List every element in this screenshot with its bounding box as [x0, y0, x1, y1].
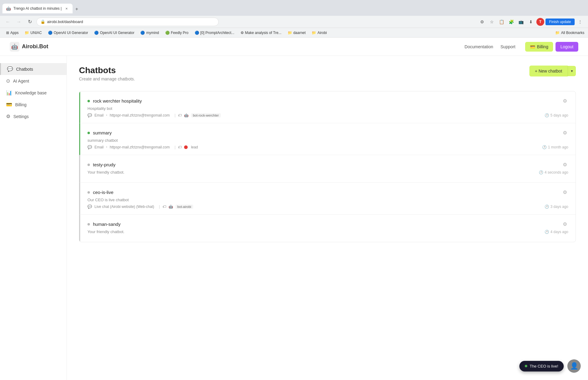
all-bookmarks[interactable]: 📁 All Bookmarks — [555, 31, 584, 35]
bookmark-star-icon[interactable]: ☆ — [488, 18, 496, 26]
chatbot-settings-button-2[interactable]: ⚙ — [562, 129, 568, 137]
live-chat-label: The CEO is live! — [530, 364, 558, 368]
toolbar-actions: ⚙ ☆ 📋 🧩 📺 ⬇ T Finish update ⋮ — [478, 18, 584, 26]
uniac-label: UNIAC — [30, 31, 42, 35]
menu-icon[interactable]: ⋮ — [576, 18, 584, 26]
chatbot-settings-button-4[interactable]: ⚙ — [562, 188, 568, 196]
top-nav-links: Documentation Support — [465, 44, 515, 49]
logo-text: Airobi.Bot — [22, 43, 48, 50]
bookmark-uniac[interactable]: 📁 UNIAC — [22, 30, 44, 36]
sidebar-item-billing[interactable]: 💳 Billing — [0, 99, 67, 110]
sidebar-label-knowledge-base: Knowledge base — [15, 90, 47, 95]
address-bar[interactable]: 🔒 airobi.bot/dashboard — [36, 18, 219, 26]
chatbot-settings-button-5[interactable]: ⚙ — [562, 220, 568, 228]
airobi-bm-label: Airobi — [317, 31, 327, 35]
live-chat-bubble[interactable]: The CEO is live! — [519, 361, 564, 372]
promptarchitect-label: [0] PromptArchitect... — [200, 31, 234, 35]
sidebar-item-ai-agent[interactable]: ⊙ AI Agent — [0, 75, 67, 87]
back-button[interactable]: ← — [4, 18, 12, 26]
chatbot-name-2: summary — [93, 130, 112, 135]
reload-button[interactable]: ↻ — [26, 18, 34, 26]
chatbot-name-5: human-sandy — [93, 222, 121, 227]
sidebar-item-chatbots[interactable]: 💬 Chatbots — [0, 63, 67, 75]
page-header-text: Chatbots Create and manage chatbots. — [79, 66, 135, 81]
logout-button[interactable]: Logout — [556, 42, 578, 52]
status-dot-5 — [87, 223, 90, 226]
bookmark-feedly[interactable]: 🟢 Feedly Pro — [163, 30, 191, 36]
lead-dot — [184, 145, 188, 149]
chatbot-description-1: Hospitality bot — [87, 106, 568, 111]
live-chat-widget[interactable]: The CEO is live! 👤 — [519, 359, 581, 373]
bookmark-openai-2[interactable]: 🔵 OpenAI UI Generator — [92, 30, 137, 36]
bookmark-apps[interactable]: ⊞ Apps — [4, 30, 21, 36]
feedly-icon: 🟢 — [165, 31, 170, 35]
chatbot-description-4: Our CEO is live chatbot — [87, 198, 568, 202]
mymind-label: mymind — [146, 31, 159, 35]
live-chat-avatar[interactable]: 👤 — [567, 359, 581, 373]
browser-chrome: 🤖 Trengo AI chatbot in minutes | ✕ + — [0, 0, 588, 16]
download-icon[interactable]: ⬇ — [527, 18, 535, 26]
extension-icon-1[interactable]: ⚙ — [478, 18, 487, 26]
extensions-icon[interactable]: 🧩 — [507, 18, 516, 26]
page-title: Chatbots — [79, 66, 135, 75]
logo: 🤖 Airobi.Bot — [10, 42, 48, 52]
bot-tag-4: bot-airobi — [176, 205, 193, 209]
chatbot-description-3: Your friendly chatbot. 🕐 4 seconds ago — [87, 170, 568, 175]
page-subtitle: Create and manage chatbots. — [79, 76, 135, 81]
chatbot-time-2: 🕐 1 month ago — [542, 145, 568, 149]
email-1: httpspr-mail.zfctznx@trengomail.com — [110, 113, 170, 117]
daarnet-icon: 📁 — [288, 31, 292, 35]
chatbot-settings-button-3[interactable]: ⚙ — [562, 161, 568, 169]
logo-icon: 🤖 — [10, 42, 19, 52]
bot-icon-1: 🤖 — [184, 113, 189, 117]
finish-update-button[interactable]: Finish update — [545, 19, 575, 25]
chat-meta-icon-1: 💬 — [87, 113, 92, 117]
active-tab[interactable]: 🤖 Trengo AI chatbot in minutes | ✕ — [2, 4, 73, 13]
chatbot-description-2: summary chatbot — [87, 138, 568, 143]
bookmark-mymind[interactable]: 🔵 mymind — [138, 30, 161, 36]
chatbot-item-header-4: ceo-is-live ⚙ — [87, 188, 568, 196]
new-chatbot-dropdown-button[interactable]: ▾ — [568, 66, 576, 76]
tab-close-button[interactable]: ✕ — [64, 6, 69, 11]
chatbot-time-3: 🕐 4 seconds ago — [539, 170, 568, 175]
page-content: 🤖 Airobi.Bot Documentation Support 💳 Bil… — [0, 38, 588, 380]
promptarchitect-icon: 🔵 — [195, 31, 199, 35]
chatbot-description-5: Your friendly chatbot. 🕐 4 days ago — [87, 229, 568, 234]
new-chatbot-button[interactable]: + New chatbot — [529, 66, 568, 76]
profile-avatar[interactable]: T — [536, 18, 544, 26]
chatbot-item-header-5: human-sandy ⚙ — [87, 220, 568, 228]
airobi-bm-icon: 📁 — [312, 31, 316, 35]
feedly-label: Feedly Pro — [171, 31, 189, 35]
bookmarks-bar: ⊞ Apps 📁 UNIAC 🔵 OpenAI UI Generator 🔵 O… — [0, 28, 588, 38]
all-bookmarks-icon: 📁 — [555, 31, 560, 35]
new-tab-button[interactable]: + — [73, 5, 81, 13]
bookmark-make-analysis[interactable]: ⚙ Make analysis of Tre... — [238, 30, 284, 36]
forward-button[interactable]: → — [15, 18, 23, 26]
support-link[interactable]: Support — [501, 44, 515, 49]
apps-bookmark-label: Apps — [10, 31, 19, 35]
bookmark-daarnet[interactable]: 📁 daarnet — [285, 30, 308, 36]
tag-icon-1: 🏷 — [178, 113, 182, 117]
clock-icon-1: 🕐 — [545, 113, 549, 117]
bot-tag-1: bot-rock-werchter — [191, 113, 221, 117]
billing-button[interactable]: 💳 Billing — [525, 42, 553, 52]
screen-icon[interactable]: 📺 — [517, 18, 525, 26]
sidebar-item-knowledge-base[interactable]: 📊 Knowledge base — [0, 87, 67, 99]
new-chatbot-btn-group: + New chatbot ▾ — [529, 66, 576, 76]
openai2-label: OpenAI UI Generator — [100, 31, 134, 35]
make-icon: ⚙ — [241, 31, 244, 35]
bookmark-openai-1[interactable]: 🔵 OpenAI UI Generator — [46, 30, 91, 36]
bookmark-airobi[interactable]: 📁 Airobi — [309, 30, 329, 36]
bookmark-promptarchitect[interactable]: 🔵 [0] PromptArchitect... — [192, 30, 237, 36]
daarnet-label: daarnet — [293, 31, 306, 35]
documentation-link[interactable]: Documentation — [465, 44, 493, 49]
apps-bookmark-icon: ⊞ — [6, 31, 9, 35]
clock-icon-2: 🕐 — [542, 145, 547, 149]
sidebar-item-settings[interactable]: ⚙ Settings — [0, 110, 67, 122]
chatbot-meta-4: 💬 Live chat (Airobi website) (Web-chat) … — [87, 205, 568, 209]
chatbot-settings-button-1[interactable]: ⚙ — [562, 97, 568, 105]
chat-meta-icon-4: 💬 — [87, 205, 92, 209]
channel-4: Live chat (Airobi website) (Web-chat) — [94, 205, 154, 209]
live-status-dot — [525, 365, 527, 367]
notes-icon[interactable]: 📋 — [497, 18, 506, 26]
